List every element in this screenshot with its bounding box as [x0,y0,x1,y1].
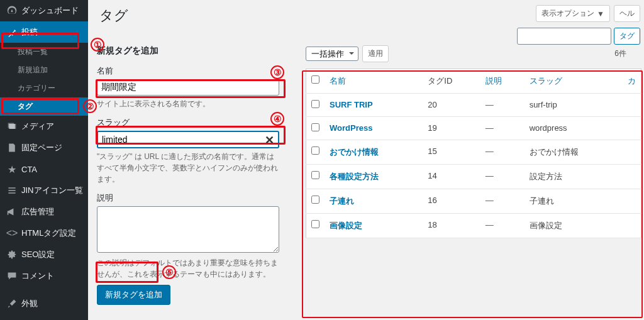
sidebar-sub-add-new[interactable]: 新規追加 [0,61,88,79]
tag-id-cell: 15 [423,140,480,165]
tag-search-button[interactable]: タグ [614,28,640,45]
row-checkbox[interactable] [311,146,319,155]
sidebar-pages-label: 固定ページ [21,142,62,153]
tag-slug-cell: wordpress [525,117,623,140]
tag-count-cell [623,189,641,214]
table-row: おでかけ情報15―おでかけ情報 [306,140,641,165]
tag-description-input[interactable] [97,206,279,253]
tag-name-link[interactable]: SURF TRIP [330,100,373,109]
sidebar-html-label: HTMLタグ設定 [21,228,76,239]
table-row: 画像設定18―画像設定 [306,214,641,238]
col-slug[interactable]: スラッグ [525,69,623,94]
sidebar-item-posts[interactable]: 投稿 [0,21,88,43]
row-checkbox[interactable] [311,220,319,228]
table-row: 各種設定方法14―設定方法 [306,165,641,189]
item-count: 6件 [614,48,626,59]
media-icon [6,121,18,132]
name-label: 名前 [97,65,291,77]
table-row: 子連れ16―子連れ [306,189,641,214]
sidebar-item-media[interactable]: メディア [0,116,88,137]
tag-count-cell [623,117,641,140]
gauge-icon [6,5,18,16]
tag-count-cell [623,214,641,238]
tag-id-cell: 20 [423,94,480,117]
table-row: SURF TRIP20―surf-trip [306,94,641,117]
help-button[interactable]: ヘル [614,5,640,22]
tag-count-cell [623,94,641,117]
tag-desc-cell: ― [480,214,525,238]
row-checkbox[interactable] [311,100,319,108]
screen-options-button[interactable]: 表示オプション ▼ [536,5,610,22]
description-label: 説明 [97,192,291,204]
sidebar-item-dashboard[interactable]: ダッシュボード [0,0,88,21]
screen-options-label: 表示オプション [541,8,594,19]
sidebar-item-plugins[interactable]: プラグイン [0,314,88,320]
sidebar-cta-label: CTA [21,165,37,174]
bulk-apply-button[interactable]: 適用 [362,45,389,62]
tag-id-cell: 18 [423,214,480,238]
sidebar-item-cta[interactable]: ★ CTA [0,158,88,180]
comment-icon [6,270,18,282]
tag-name-input[interactable] [97,79,279,96]
tag-slug-cell: 子連れ [525,189,623,214]
row-checkbox[interactable] [311,171,319,179]
tag-name-link[interactable]: WordPress [330,123,372,133]
star-icon: ★ [6,163,18,175]
sidebar-sub-categories[interactable]: カテゴリー [0,79,88,97]
description-description: この説明はデフォルトではあまり重要な意味を持ちませんが、これを表示するテーマも中… [97,257,279,280]
row-checkbox[interactable] [311,123,319,131]
tag-id-cell: 19 [423,117,480,140]
col-name[interactable]: 名前 [325,69,423,94]
sidebar-item-html-tags[interactable]: <> HTMLタグ設定 [0,223,88,244]
brush-icon [6,298,18,309]
select-all-checkbox[interactable] [311,75,319,84]
slug-label: スラッグ [97,117,291,128]
admin-sidebar: ダッシュボード 投稿 投稿一覧 新規追加 カテゴリー タグ メディア 固定ページ… [0,0,88,320]
col-count[interactable]: カ [623,69,641,94]
sidebar-seo-label: SEO設定 [21,249,55,260]
col-desc[interactable]: 説明 [480,69,525,94]
tag-name-link[interactable]: 子連れ [330,196,354,206]
tag-desc-cell: ― [480,117,525,140]
bulk-action-select[interactable]: 一括操作 [306,47,358,61]
sidebar-item-pages[interactable]: 固定ページ [0,137,88,158]
tag-slug-input[interactable] [97,131,279,148]
sidebar-dashboard-label: ダッシュボード [21,5,79,16]
gear-icon [6,249,18,260]
tag-desc-cell: ― [480,94,525,117]
tag-name-link[interactable]: 画像設定 [330,221,362,230]
tag-desc-cell: ― [480,165,525,189]
sidebar-appearance-label: 外観 [21,298,38,309]
sidebar-item-ads[interactable]: 広告管理 [0,201,88,223]
sidebar-posts-label: 投稿 [21,26,38,38]
tag-slug-cell: 画像設定 [525,214,623,238]
name-description: サイト上に表示される名前です。 [97,98,279,109]
tag-search-input[interactable] [517,28,611,45]
sidebar-item-jin-icons[interactable]: JINアイコン一覧 [0,180,88,201]
tag-name-link[interactable]: おでかけ情報 [330,147,379,157]
sidebar-item-comments[interactable]: コメント [0,265,88,287]
megaphone-icon [6,206,18,218]
tag-slug-cell: おでかけ情報 [525,140,623,165]
add-tag-submit-button[interactable]: 新規タグを追加 [97,285,170,305]
clear-icon[interactable]: ✕ [265,133,274,147]
sidebar-item-appearance[interactable]: 外観 [0,293,88,314]
table-row: WordPress19―wordpress [306,117,641,140]
sidebar-sub-posts-list[interactable]: 投稿一覧 [0,43,88,61]
tag-name-link[interactable]: 各種設定方法 [330,172,379,181]
tag-id-cell: 14 [423,165,480,189]
tag-slug-cell: surf-trip [525,94,623,117]
caret-down-icon: ▼ [597,9,604,18]
col-tagid: タグID [423,69,480,94]
tag-count-cell [623,165,641,189]
row-checkbox[interactable] [311,196,319,204]
add-tag-form: 新規タグを追加 名前 サイト上に表示される名前です。 スラッグ ✕ "スラッグ"… [97,45,293,320]
list-icon [6,185,18,196]
sidebar-sub-tags[interactable]: タグ [0,97,88,116]
sidebar-comments-label: コメント [21,270,54,282]
code-icon: <> [6,228,18,239]
sidebar-item-seo[interactable]: SEO設定 [0,244,88,265]
sidebar-ads-label: 広告管理 [21,206,54,218]
tags-table: 名前 タグID 説明 スラッグ カ SURF TRIP20―surf-tripW… [306,69,641,238]
tag-count-cell [623,140,641,165]
